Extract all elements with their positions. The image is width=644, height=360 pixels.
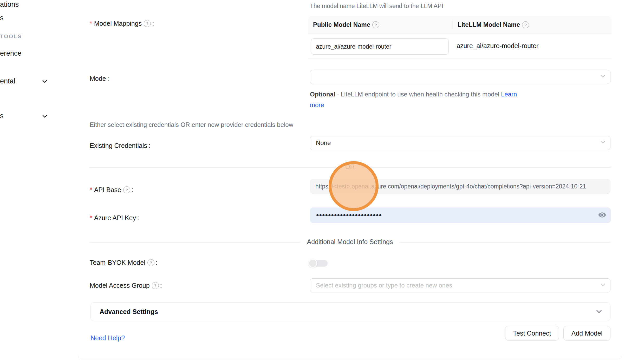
model-access-group-select[interactable]: Select existing groups or type to create… [310, 278, 610, 292]
toggle-password-visibility-button[interactable] [597, 211, 607, 220]
azure-api-key-label: * Azure API Key : [90, 214, 139, 222]
required-asterisk: * [90, 20, 92, 27]
question-circle-icon[interactable]: ? [372, 21, 379, 28]
mode-helper-text: Optional - LiteLLM endpoint to use when … [310, 89, 518, 110]
advanced-settings-title: Advanced Settings [100, 308, 158, 316]
public-model-name-header: Public Model Name ? [308, 21, 452, 28]
litellm-model-name-header: LiteLLM Model Name ? [452, 21, 529, 28]
sidebar-item-ental[interactable]: ental [0, 77, 15, 85]
existing-credentials-label: Existing Credentials: [90, 142, 150, 149]
chevron-down-icon [600, 282, 606, 289]
existing-credentials-select[interactable]: None [310, 136, 610, 150]
test-connect-button[interactable]: Test Connect [505, 326, 559, 341]
model-access-group-placeholder: Select existing groups or type to create… [316, 282, 452, 289]
existing-credentials-value: None [316, 139, 331, 147]
section-divider-label: Additional Model Info Settings [300, 238, 400, 246]
sidebar-item-s1[interactable]: s [0, 14, 4, 22]
api-base-label: * API Base ? : [90, 186, 133, 194]
chevron-down-icon [600, 139, 606, 147]
add-model-button[interactable]: Add Model [563, 326, 610, 341]
sidebar-item-label: s [0, 112, 4, 120]
model-mappings-label: * Model Mappings ? : [90, 20, 154, 27]
sidebar-item-erence[interactable]: erence [0, 49, 22, 57]
question-circle-icon[interactable]: ? [123, 186, 130, 193]
chevron-down-icon[interactable] [42, 113, 48, 119]
need-help-link[interactable]: Need Help? [90, 334, 125, 342]
model-mappings-table: Public Model Name ? LiteLLM Model Name ?… [308, 16, 612, 58]
question-circle-icon[interactable]: ? [152, 282, 159, 289]
mode-select[interactable] [310, 70, 610, 84]
sidebar-item-label: s [0, 14, 4, 22]
sidebar-item-ations[interactable]: ations [0, 1, 19, 9]
credentials-note: Either select existing credentials OR en… [90, 121, 293, 128]
sidebar-item-label: erence [0, 49, 22, 57]
sidebar: ations s TOOLS erence ental s [0, 0, 78, 360]
or-divider-label: OR [340, 163, 360, 171]
api-base-value: https://<test>.openai.azure.com/openai/d… [315, 183, 586, 190]
add-model-page: ations s TOOLS erence ental s The model … [0, 0, 644, 360]
sidebar-item-label: ental [0, 77, 15, 85]
sidebar-item-s2[interactable]: s [0, 112, 4, 120]
question-circle-icon[interactable]: ? [147, 259, 154, 266]
chevron-down-icon[interactable] [42, 78, 48, 84]
masked-api-key: •••••••••••••••••••••• [316, 211, 382, 219]
model-name-helper-text: The model name LiteLLM will send to the … [310, 3, 443, 10]
litellm-model-name-value: azure_ai/azure-model-router [457, 34, 538, 58]
api-base-input[interactable]: https://<test>.openai.azure.com/openai/d… [310, 179, 610, 194]
sidebar-item-label: ations [0, 1, 19, 8]
required-asterisk: * [90, 186, 92, 194]
advanced-settings-panel[interactable]: Advanced Settings [90, 302, 610, 321]
team-byok-toggle[interactable] [308, 259, 329, 268]
team-byok-label: Team-BYOK Model ? : [90, 259, 158, 266]
mode-label: Mode: [90, 75, 109, 82]
chevron-down-icon [600, 73, 606, 81]
azure-api-key-input[interactable]: •••••••••••••••••••••• [310, 207, 611, 223]
toggle-knob [308, 259, 317, 268]
question-circle-icon[interactable]: ? [522, 21, 529, 28]
public-model-name-input[interactable] [311, 38, 449, 55]
chevron-down-icon [595, 308, 603, 316]
table-header-row: Public Model Name ? LiteLLM Model Name ? [308, 16, 612, 34]
eye-icon [598, 211, 607, 220]
sidebar-section-tools: TOOLS [0, 33, 22, 40]
question-circle-icon[interactable]: ? [144, 20, 151, 27]
required-asterisk: * [90, 214, 92, 222]
model-access-group-label: Model Access Group ? : [90, 282, 162, 289]
table-row: azure_ai/azure-model-router [308, 34, 612, 58]
header-divider [452, 20, 453, 30]
